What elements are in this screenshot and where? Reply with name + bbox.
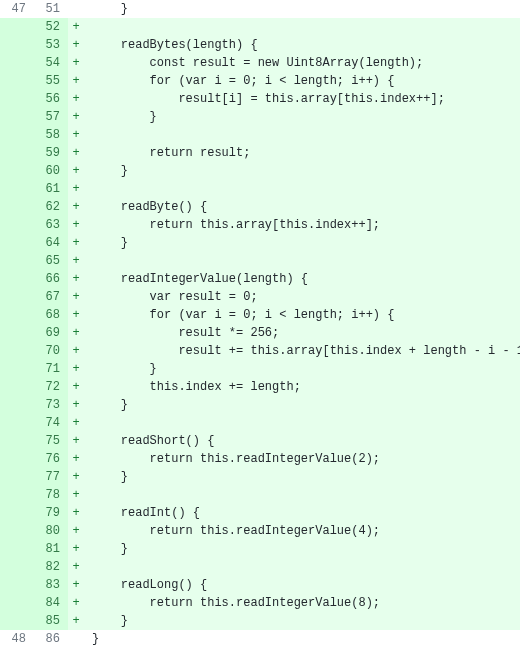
new-line-number[interactable]: 82 xyxy=(34,558,68,576)
old-line-number[interactable] xyxy=(0,270,34,288)
diff-row[interactable]: 52+ xyxy=(0,18,520,36)
new-line-number[interactable]: 81 xyxy=(34,540,68,558)
diff-row[interactable]: 61+ xyxy=(0,180,520,198)
diff-row[interactable]: 72+ this.index += length; xyxy=(0,378,520,396)
code-content[interactable] xyxy=(84,558,520,576)
code-content[interactable] xyxy=(84,486,520,504)
diff-row[interactable]: 70+ result += this.array[this.index + le… xyxy=(0,342,520,360)
code-content[interactable]: readInt() { xyxy=(84,504,520,522)
code-content[interactable]: } xyxy=(84,162,520,180)
diff-row[interactable]: 75+ readShort() { xyxy=(0,432,520,450)
old-line-number[interactable] xyxy=(0,54,34,72)
diff-row[interactable]: 80+ return this.readIntegerValue(4); xyxy=(0,522,520,540)
diff-row[interactable]: 57+ } xyxy=(0,108,520,126)
code-content[interactable]: } xyxy=(84,468,520,486)
new-line-number[interactable]: 66 xyxy=(34,270,68,288)
code-content[interactable]: } xyxy=(84,630,520,648)
old-line-number[interactable] xyxy=(0,396,34,414)
code-content[interactable]: readLong() { xyxy=(84,576,520,594)
new-line-number[interactable]: 60 xyxy=(34,162,68,180)
diff-row[interactable]: 85+ } xyxy=(0,612,520,630)
new-line-number[interactable]: 84 xyxy=(34,594,68,612)
new-line-number[interactable]: 79 xyxy=(34,504,68,522)
old-line-number[interactable] xyxy=(0,90,34,108)
code-content[interactable]: } xyxy=(84,0,520,18)
diff-row[interactable]: 66+ readIntegerValue(length) { xyxy=(0,270,520,288)
old-line-number[interactable] xyxy=(0,72,34,90)
new-line-number[interactable]: 63 xyxy=(34,216,68,234)
diff-row[interactable]: 62+ readByte() { xyxy=(0,198,520,216)
new-line-number[interactable]: 68 xyxy=(34,306,68,324)
old-line-number[interactable] xyxy=(0,288,34,306)
code-content[interactable]: return result; xyxy=(84,144,520,162)
code-content[interactable]: readShort() { xyxy=(84,432,520,450)
old-line-number[interactable] xyxy=(0,198,34,216)
new-line-number[interactable]: 74 xyxy=(34,414,68,432)
code-content[interactable]: for (var i = 0; i < length; i++) { xyxy=(84,306,520,324)
diff-row[interactable]: 4751 } xyxy=(0,0,520,18)
diff-row[interactable]: 74+ xyxy=(0,414,520,432)
new-line-number[interactable]: 70 xyxy=(34,342,68,360)
diff-row[interactable]: 65+ xyxy=(0,252,520,270)
new-line-number[interactable]: 65 xyxy=(34,252,68,270)
old-line-number[interactable] xyxy=(0,126,34,144)
diff-row[interactable]: 83+ readLong() { xyxy=(0,576,520,594)
code-content[interactable]: const result = new Uint8Array(length); xyxy=(84,54,520,72)
diff-row[interactable]: 58+ xyxy=(0,126,520,144)
diff-row[interactable]: 64+ } xyxy=(0,234,520,252)
old-line-number[interactable] xyxy=(0,144,34,162)
new-line-number[interactable]: 86 xyxy=(34,630,68,648)
new-line-number[interactable]: 51 xyxy=(34,0,68,18)
old-line-number[interactable] xyxy=(0,342,34,360)
diff-row[interactable]: 4886 } xyxy=(0,630,520,648)
new-line-number[interactable]: 58 xyxy=(34,126,68,144)
new-line-number[interactable]: 80 xyxy=(34,522,68,540)
old-line-number[interactable] xyxy=(0,108,34,126)
code-content[interactable]: return this.array[this.index++]; xyxy=(84,216,520,234)
diff-row[interactable]: 59+ return result; xyxy=(0,144,520,162)
code-content[interactable]: return this.readIntegerValue(4); xyxy=(84,522,520,540)
diff-row[interactable]: 77+ } xyxy=(0,468,520,486)
code-content[interactable]: } xyxy=(84,234,520,252)
new-line-number[interactable]: 75 xyxy=(34,432,68,450)
code-content[interactable] xyxy=(84,414,520,432)
new-line-number[interactable]: 59 xyxy=(34,144,68,162)
old-line-number[interactable] xyxy=(0,18,34,36)
old-line-number[interactable] xyxy=(0,594,34,612)
old-line-number[interactable] xyxy=(0,306,34,324)
old-line-number[interactable] xyxy=(0,234,34,252)
diff-row[interactable]: 73+ } xyxy=(0,396,520,414)
old-line-number[interactable] xyxy=(0,36,34,54)
old-line-number[interactable] xyxy=(0,378,34,396)
diff-row[interactable]: 55+ for (var i = 0; i < length; i++) { xyxy=(0,72,520,90)
code-content[interactable]: readIntegerValue(length) { xyxy=(84,270,520,288)
code-content[interactable]: var result = 0; xyxy=(84,288,520,306)
old-line-number[interactable]: 48 xyxy=(0,630,34,648)
new-line-number[interactable]: 83 xyxy=(34,576,68,594)
old-line-number[interactable] xyxy=(0,180,34,198)
new-line-number[interactable]: 53 xyxy=(34,36,68,54)
new-line-number[interactable]: 54 xyxy=(34,54,68,72)
code-content[interactable]: return this.readIntegerValue(8); xyxy=(84,594,520,612)
code-content[interactable]: this.index += length; xyxy=(84,378,520,396)
new-line-number[interactable]: 61 xyxy=(34,180,68,198)
new-line-number[interactable]: 73 xyxy=(34,396,68,414)
old-line-number[interactable] xyxy=(0,324,34,342)
diff-row[interactable]: 69+ result *= 256; xyxy=(0,324,520,342)
code-content[interactable]: result += this.array[this.index + length… xyxy=(84,342,520,360)
diff-row[interactable]: 56+ result[i] = this.array[this.index++]… xyxy=(0,90,520,108)
new-line-number[interactable]: 64 xyxy=(34,234,68,252)
old-line-number[interactable] xyxy=(0,360,34,378)
new-line-number[interactable]: 77 xyxy=(34,468,68,486)
code-content[interactable]: result[i] = this.array[this.index++]; xyxy=(84,90,520,108)
code-content[interactable] xyxy=(84,252,520,270)
old-line-number[interactable] xyxy=(0,540,34,558)
code-content[interactable]: } xyxy=(84,540,520,558)
diff-row[interactable]: 81+ } xyxy=(0,540,520,558)
new-line-number[interactable]: 56 xyxy=(34,90,68,108)
diff-row[interactable]: 76+ return this.readIntegerValue(2); xyxy=(0,450,520,468)
diff-row[interactable]: 68+ for (var i = 0; i < length; i++) { xyxy=(0,306,520,324)
old-line-number[interactable] xyxy=(0,486,34,504)
code-content[interactable]: result *= 256; xyxy=(84,324,520,342)
diff-row[interactable]: 54+ const result = new Uint8Array(length… xyxy=(0,54,520,72)
